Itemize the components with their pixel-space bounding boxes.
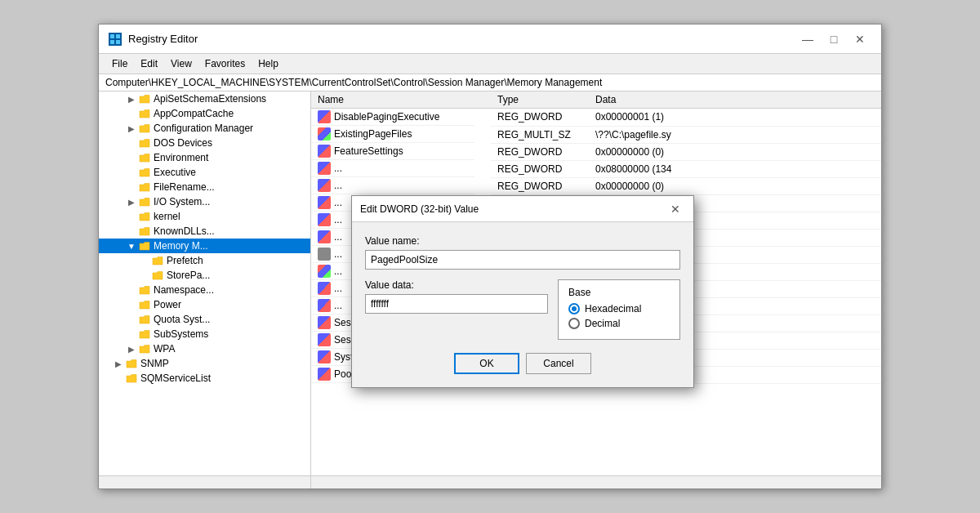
window-title: Registry Editor (128, 33, 198, 45)
minimize-button[interactable]: — (796, 30, 819, 48)
dword-icon (318, 145, 331, 158)
value-data-label: Value data: (365, 279, 548, 291)
menu-help[interactable]: Help (252, 56, 285, 72)
tree-item-subsystems[interactable]: SubSystems (99, 327, 310, 341)
menu-bar: File Edit View Favorites Help (99, 54, 881, 74)
cell-data: 0x00000000 (0) (589, 143, 881, 160)
hexadecimal-radio[interactable] (568, 303, 580, 314)
decimal-option[interactable]: Decimal (568, 318, 670, 329)
tree-arrow-configmgr: ▶ (125, 124, 138, 133)
tree-item-dosdevices[interactable]: DOS Devices (99, 136, 310, 150)
dword-icon (318, 316, 331, 329)
tree-label-apiset: ApiSetSchemaExtensions (154, 93, 266, 105)
cancel-button[interactable]: Cancel (526, 353, 591, 374)
col-name[interactable]: Name (311, 91, 491, 109)
col-type[interactable]: Type (491, 91, 589, 109)
maximize-button[interactable]: □ (822, 30, 845, 48)
folder-icon-filerename (138, 181, 151, 194)
folder-icon-subsystems (138, 328, 151, 341)
folder-icon-executive (138, 166, 151, 179)
base-title: Base (568, 287, 670, 298)
hexadecimal-option[interactable]: Hexadecimal (568, 303, 670, 314)
registry-icon (109, 33, 122, 46)
table-row[interactable]: ...REG_DWORD0x08000000 (134 (311, 160, 881, 177)
ok-button[interactable]: OK (454, 353, 519, 374)
menu-file[interactable]: File (105, 56, 134, 72)
dialog-buttons: OK Cancel (365, 353, 680, 374)
tree-arrow-memorymgmt: ▼ (125, 242, 138, 251)
tree-label-wpa: WPA (154, 343, 175, 355)
cell-name: ... (311, 177, 474, 194)
cell-type: REG_DWORD (491, 143, 589, 160)
tree-label-namespace: Namespace... (154, 284, 214, 296)
table-row[interactable]: DisablePagingExecutiveREG_DWORD0x0000000… (311, 109, 881, 127)
tree-label-quotasys: Quota Syst... (154, 314, 210, 325)
cell-data: \??\C:\pagefile.sy (589, 126, 881, 143)
tree-item-iosystem[interactable]: ▶ I/O System... (99, 194, 310, 209)
dword-icon (318, 282, 331, 295)
cell-data: 0x00000001 (1) (589, 109, 881, 127)
tree-item-quotasys[interactable]: Quota Syst... (99, 312, 310, 327)
tree-item-kernel[interactable]: kernel (99, 209, 310, 224)
folder-icon-memorymgmt (138, 239, 151, 252)
tree-label-snmp: SNMP (140, 358, 169, 369)
tree-item-executive[interactable]: Executive (99, 165, 310, 180)
tree-item-configmgr[interactable]: ▶ Configuration Manager (99, 121, 310, 136)
cell-name: ... (311, 160, 474, 177)
tree-pane[interactable]: ▶ ApiSetSchemaExtensions (99, 91, 311, 475)
svg-rect-3 (116, 40, 120, 44)
tree-arrow-iosystem: ▶ (125, 198, 138, 207)
folder-icon-dosdevices (138, 136, 151, 149)
decimal-radio[interactable] (568, 318, 580, 329)
folder-icon-wpa (138, 342, 151, 355)
tree-item-power[interactable]: Power (99, 297, 310, 312)
table-row[interactable]: FeatureSettingsREG_DWORD0x00000000 (0) (311, 143, 881, 160)
tree-item-wpa[interactable]: ▶ WPA (99, 341, 310, 356)
folder-icon-power (138, 298, 151, 311)
tree-item-namespace[interactable]: Namespace... (99, 283, 310, 297)
dword-icon (318, 162, 331, 175)
value-name-input[interactable] (365, 250, 680, 270)
right-scrollbar[interactable] (311, 476, 881, 488)
cell-name-text: ... (334, 180, 342, 191)
folder-icon-quotasys (138, 313, 151, 326)
cell-type: REG_MULTI_SZ (491, 126, 589, 143)
value-name-label: Value name: (365, 235, 680, 247)
close-button[interactable]: ✕ (849, 30, 871, 48)
tree-label-filerename: FileRename... (154, 181, 215, 193)
tree-arrow-snmp: ▶ (112, 359, 125, 368)
cell-name: FeatureSettings (311, 143, 474, 160)
tree-item-memorymgmt[interactable]: ▼ Memory M... (99, 239, 310, 253)
dialog-row: Value data: Base Hexadecimal (365, 279, 680, 340)
cell-name: DisablePagingExecutive (311, 109, 474, 126)
tree-item-appcompat[interactable]: AppCompatCache (99, 106, 310, 121)
tree-item-snmp[interactable]: ▶ SNMP (99, 356, 310, 371)
tree-item-prefetch[interactable]: Prefetch (99, 253, 310, 268)
table-row[interactable]: ExistingPageFilesREG_MULTI_SZ\??\C:\page… (311, 126, 881, 143)
tree-label-storepa: StorePa... (167, 270, 210, 281)
tree-scrollbar[interactable] (99, 476, 311, 488)
menu-favorites[interactable]: Favorites (198, 56, 252, 72)
menu-view[interactable]: View (164, 56, 198, 72)
svg-rect-2 (110, 40, 114, 44)
dword-icon (318, 333, 331, 346)
dword-icon (318, 299, 331, 312)
table-row[interactable]: ...REG_DWORD0x00000000 (0) (311, 177, 881, 194)
value-data-input[interactable] (365, 294, 548, 314)
col-data[interactable]: Data (589, 91, 881, 109)
tree-item-knowndlls[interactable]: KnownDLLs... (99, 224, 310, 239)
cell-type: REG_DWORD (491, 160, 589, 177)
dialog-body: Value name: Value data: Base (352, 222, 693, 387)
dialog-close-button[interactable]: ✕ (666, 201, 685, 217)
cell-data: 0x08000000 (134 (589, 160, 881, 177)
cell-name-text: ... (334, 214, 342, 225)
menu-edit[interactable]: Edit (134, 56, 164, 72)
tree-item-apiset[interactable]: ▶ ApiSetSchemaExtensions (99, 91, 310, 106)
tree-item-storepa[interactable]: StorePa... (99, 268, 310, 283)
tree-item-sqmservicelist[interactable]: SQMServiceList (99, 371, 310, 386)
tree-item-filerename[interactable]: FileRename... (99, 180, 310, 194)
tree-item-environment[interactable]: Environment (99, 150, 310, 165)
tree-label-dosdevices: DOS Devices (154, 137, 212, 149)
cell-name-text: ... (334, 300, 342, 311)
tree-label-knowndlls: KnownDLLs... (154, 225, 215, 237)
